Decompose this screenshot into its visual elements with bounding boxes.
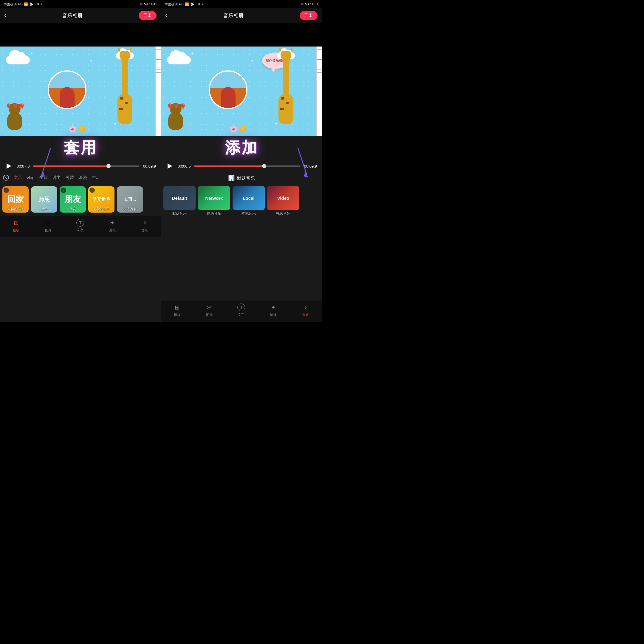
arrow-right-indicator xyxy=(292,145,310,181)
nav-text-right[interactable]: T 文字 xyxy=(237,304,245,317)
flowers-left: 🌸 🌼 xyxy=(69,125,86,133)
nav-photo-left[interactable]: ✂ 图片 xyxy=(44,219,52,233)
person-silhouette-left xyxy=(60,87,75,108)
giraffe-left xyxy=(116,47,134,130)
controls-area-left: 套用 00:07.0 00:09.9 文艺 vlog 生日 时 xyxy=(0,136,161,322)
speed-right: 0 K/s xyxy=(196,2,203,6)
thumb-item-5[interactable]: 友谊... 友谊万岁 xyxy=(117,186,143,213)
giraffe-head-right xyxy=(281,51,291,59)
flower-1: 🌸 xyxy=(69,125,77,133)
photo-inner-left xyxy=(49,72,85,108)
nav-music-left[interactable]: ♪ 音乐 xyxy=(140,219,149,233)
nav-filter-left[interactable]: ✦ 滤镜 xyxy=(108,219,117,233)
music-option-video[interactable]: Video 视频音乐 xyxy=(267,186,299,216)
photo-circle-right xyxy=(209,70,247,109)
ruler-mark-r-4 xyxy=(317,59,322,60)
cat-cute[interactable]: 可爱 xyxy=(66,175,74,180)
music-option-network[interactable]: Network 网络音乐 xyxy=(198,186,230,216)
current-time-left: 00:07.0 xyxy=(17,164,30,168)
bear-character-right: 🎈🎈🎈 xyxy=(165,103,186,130)
thumb-label-2: 师恩 xyxy=(31,207,57,211)
nav-photo-label-left: 图片 xyxy=(45,228,52,233)
canvas-preview-left: ✦ ✦ ✦ ✦ 🎈🎈🎈 xyxy=(0,47,161,136)
big-text-area-left: 套用 xyxy=(0,136,161,160)
cat-vlog[interactable]: vlog xyxy=(27,175,35,180)
nav-photo-icon-left: ✂ xyxy=(44,219,52,227)
back-button-right[interactable]: ‹ xyxy=(165,12,167,19)
ruler-mark-4 xyxy=(156,59,161,60)
giraffe-horn-r xyxy=(130,48,131,52)
nav-music-icon-right: ♪ xyxy=(301,303,310,312)
nav-photo-right[interactable]: ✂ 图片 xyxy=(205,303,213,317)
play-button-left[interactable] xyxy=(5,162,13,170)
spot-2 xyxy=(125,102,128,104)
thumb-item-1[interactable]: 回家 ↓ 家乡的滋道 xyxy=(2,186,29,213)
cat-wenyi[interactable]: 文艺 xyxy=(14,175,22,180)
bear-body-right xyxy=(168,112,183,130)
thumb-strip-left: 回家 ↓ 家乡的滋道 师恩 师恩 朋友 ↓ 朋友 早安世界 ↓ 可爱的日子 友谊… xyxy=(0,183,161,216)
wifi-icon-right: 📡 xyxy=(190,2,194,6)
ruler-mark-r-5 xyxy=(317,63,322,63)
play-button-right[interactable] xyxy=(166,162,174,170)
thumb-item-3[interactable]: 朋友 ↓ 朋友 xyxy=(60,186,86,213)
ruler-mark-6 xyxy=(156,66,161,66)
big-text-right: 添加 xyxy=(225,137,258,158)
ruler-left xyxy=(155,47,161,136)
export-button-right[interactable]: 导出 xyxy=(300,11,318,20)
back-button-left[interactable]: ‹ xyxy=(4,12,6,19)
giraffe-horn-l-right xyxy=(279,48,281,52)
speed-left: 0 K/s xyxy=(35,2,42,6)
bottom-nav-right: ⊞ 模板 ✂ 图片 T 文字 ✦ 滤镜 ♪ 音乐 xyxy=(161,301,322,322)
left-panel: 中国移动 HD 📶 📡 0 K/s 👁 59 14:45 ‹ 音乐相册 导出 ✦… xyxy=(0,0,161,322)
music-label-en-local: Local xyxy=(243,196,254,201)
progress-bar-right[interactable] xyxy=(194,165,300,167)
giraffe-body xyxy=(117,94,132,124)
bear-body xyxy=(7,112,22,130)
progress-dot-right[interactable] xyxy=(262,164,266,168)
ruler-mark-r-3 xyxy=(317,56,322,56)
nav-music-right[interactable]: ♪ 音乐 xyxy=(301,303,310,317)
spot-r-1 xyxy=(281,97,284,100)
nav-filter-label-right: 滤镜 xyxy=(270,313,277,317)
thumb-item-2[interactable]: 师恩 师恩 xyxy=(31,186,57,213)
no-category-icon[interactable] xyxy=(3,175,9,181)
cat-life[interactable]: 生... xyxy=(92,175,100,180)
category-tabs-left: 文艺 vlog 生日 时尚 可爱 浪漫 生... xyxy=(0,172,161,183)
timeline-left: 00:07.0 00:09.9 xyxy=(0,160,161,172)
network-type-right: HD xyxy=(179,2,184,6)
music-label-en-default: Default xyxy=(172,196,187,201)
nav-template-left[interactable]: ⊞ 模板 xyxy=(12,219,20,233)
nav-filter-right[interactable]: ✦ 滤镜 xyxy=(269,303,278,317)
music-option-default[interactable]: Default 默认音乐 xyxy=(163,186,196,216)
status-bar-left: 中国移动 HD 📶 📡 0 K/s 👁 59 14:45 xyxy=(0,0,161,8)
music-option-local[interactable]: Local 本地音乐 xyxy=(233,186,265,216)
svg-line-0 xyxy=(42,148,51,175)
photo-inner-right xyxy=(210,72,246,108)
progress-bar-left[interactable] xyxy=(33,165,139,167)
ruler-mark-5 xyxy=(156,63,161,63)
giraffe-body-right xyxy=(278,94,293,124)
nav-text-left[interactable]: T 文字 xyxy=(76,219,84,232)
wifi-icon-left: 📡 xyxy=(29,2,33,6)
signal-icon-left: 📶 xyxy=(24,2,28,6)
music-label-cn-local: 本地音乐 xyxy=(241,211,256,216)
export-button-left[interactable]: 导出 xyxy=(139,11,157,20)
nav-music-icon-left: ♪ xyxy=(140,219,149,227)
svg-line-2 xyxy=(298,148,307,175)
flower-r-2: 🌼 xyxy=(239,125,247,133)
spot-1 xyxy=(120,97,123,100)
progress-dot-left[interactable] xyxy=(106,164,111,168)
star-2: ✦ xyxy=(89,58,93,63)
nav-template-right[interactable]: ⊞ 模板 xyxy=(173,303,181,317)
bear-balloons-right: 🎈🎈🎈 xyxy=(166,103,186,110)
ruler-mark-r-9 xyxy=(317,76,322,76)
progress-fill-right xyxy=(194,165,264,167)
music-label-cn-default: 默认音乐 xyxy=(172,211,187,216)
cat-romance[interactable]: 浪漫 xyxy=(79,175,87,180)
music-thumb-video: Video xyxy=(267,186,299,210)
ruler-mark-r-1 xyxy=(317,49,322,50)
thumb-item-4[interactable]: 早安世界 ↓ 可爱的日子 xyxy=(88,186,114,213)
nav-photo-label-right: 图片 xyxy=(206,313,213,317)
bottom-nav-left: ⊞ 模板 ✂ 图片 T 文字 ✦ 滤镜 ♪ 音乐 xyxy=(0,216,161,237)
battery-left: 59 xyxy=(144,2,148,6)
